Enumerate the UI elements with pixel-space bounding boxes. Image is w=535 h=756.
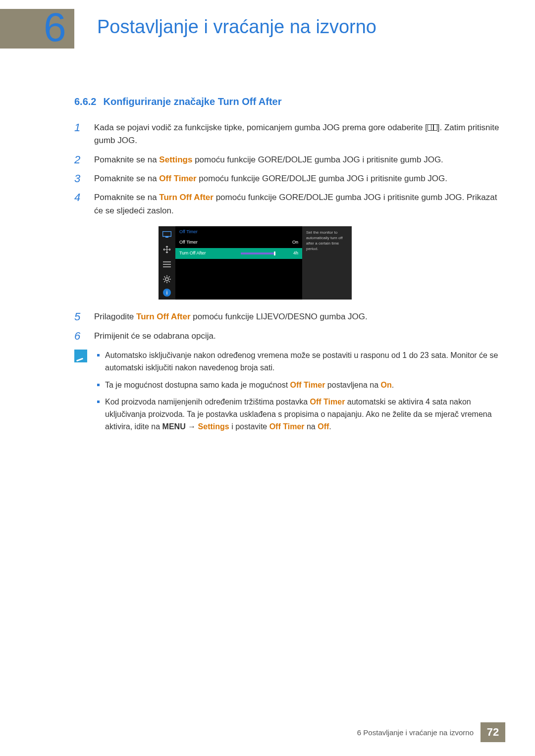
osd-row-turn-off-after: Turn Off After 4h [175,248,302,259]
footer-chapter-ref: 6 Postavljanje i vraćanje na izvorno [357,728,474,737]
step-body: Kada se pojavi vodič za funkcijske tipke… [94,121,500,148]
page-header: 6 Postavljanje i vraćanje na izvorno [0,0,535,50]
step-number: 4 [74,191,94,204]
step-body: Primijenit će se odabrana opcija. [94,330,500,343]
step-number: 5 [74,310,94,323]
step-3: 3 Pomaknite se na Off Timer pomoću funkc… [74,172,500,185]
step-body: Pomaknite se na Settings pomoću funkcije… [94,153,500,166]
hl-settings: Settings [159,155,192,164]
hl-turn-off-after: Turn Off After [136,312,191,321]
osd-title: Off Timer [175,226,302,237]
step-6: 6 Primijenit će se odabrana opcija. [74,330,500,343]
step-number: 6 [74,330,94,343]
hl-off-timer: Off Timer [290,381,325,389]
osd-row-value: On [278,239,298,246]
page-content: 6.6.2Konfiguriranje značajke Turn Off Af… [74,94,500,438]
menu-icon [428,124,437,131]
hl-on: On [380,381,391,389]
svg-rect-0 [163,232,171,237]
step-number: 1 [74,121,94,134]
hl-turn-off-after: Turn Off After [159,193,214,202]
osd-slider [241,252,275,254]
hl-off-timer: Off Timer [269,422,305,431]
move-icon [161,244,172,255]
svg-line-11 [169,281,170,282]
step-1: 1 Kada se pojavi vodič za funkcijske tip… [74,121,500,148]
hl-off-timer: Off Timer [159,174,196,183]
hl-settings: Settings [198,422,229,431]
hl-off-timer: Off Timer [310,398,345,406]
svg-line-12 [164,281,165,282]
svg-line-10 [164,276,165,277]
step-body: Prilagodite Turn Off After pomoću funkci… [94,310,500,323]
step-number: 3 [74,172,94,185]
step-5: 5 Prilagodite Turn Off After pomoću funk… [74,310,500,323]
osd-main: Off Timer Off Timer On Turn Off After 4h [175,226,302,300]
hl-off: Off [318,422,329,431]
osd-row-label: Off Timer [179,239,278,246]
notes-list: Automatsko isključivanje nakon određenog… [95,350,500,438]
svg-point-5 [165,278,168,281]
page-footer: 6 Postavljanje i vraćanje na izvorno 72 [357,722,505,742]
section-heading: 6.6.2Konfiguriranje značajke Turn Off Af… [74,94,500,109]
step-4: 4 Pomaknite se na Turn Off After pomoću … [74,191,500,217]
osd-row-off-timer: Off Timer On [175,237,302,248]
osd-row-label: Turn Off After [179,250,238,257]
note-item: Ta je mogućnost dostupna samo kada je mo… [95,379,500,392]
section-title: Konfiguriranje značajke Turn Off After [103,96,281,107]
step-number: 2 [74,153,94,166]
step-2: 2 Pomaknite se na Settings pomoću funkci… [74,153,500,166]
note-block: Automatsko isključivanje nakon određenog… [74,350,500,438]
hl-menu: MENU [162,422,186,431]
step-body: Pomaknite se na Turn Off After pomoću fu… [94,191,500,217]
svg-line-13 [169,276,170,277]
osd-row-value: 4h [278,250,298,257]
chapter-number: 6 [44,4,66,50]
osd-screenshot: i Off Timer Off Timer On Turn Off After … [159,226,500,300]
note-item: Kod proizvoda namijenjenih određenim trž… [95,396,500,433]
info-icon: i [163,289,171,297]
gear-icon [161,274,172,285]
steps-list: 1 Kada se pojavi vodič za funkcijske tip… [74,121,500,217]
list-icon [161,259,172,270]
page-number: 72 [481,722,505,742]
note-icon [74,350,87,362]
osd-hint-panel: Set the monitor to automatically turn of… [302,226,352,300]
osd-panel: i Off Timer Off Timer On Turn Off After … [159,226,352,300]
step-body: Pomaknite se na Off Timer pomoću funkcij… [94,172,500,185]
monitor-icon [161,229,172,240]
chapter-title: Postavljanje i vraćanje na izvorno [97,16,376,38]
steps-list-cont: 5 Prilagodite Turn Off After pomoću funk… [74,310,500,343]
osd-icon-bar: i [159,226,175,300]
note-item: Automatsko isključivanje nakon određenog… [95,350,500,374]
svg-rect-1 [165,237,168,238]
section-number: 6.6.2 [74,96,96,107]
